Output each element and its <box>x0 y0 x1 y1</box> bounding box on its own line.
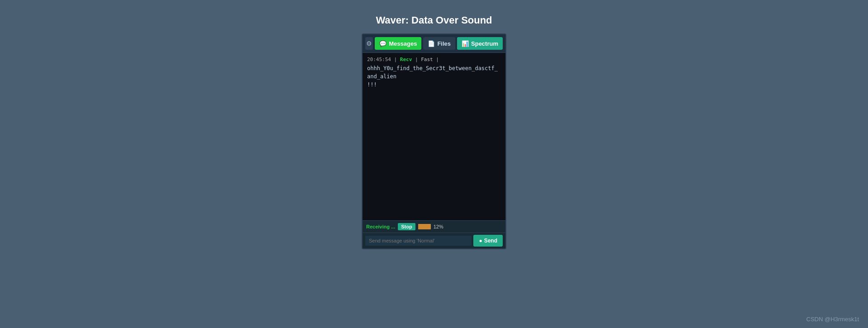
progress-percent: 12% <box>434 224 443 229</box>
app-window: ⚙ 💬 Messages 📄 Files 📊 Spectrum 20:45:54… <box>362 33 506 249</box>
tab-spectrum[interactable]: 📊 Spectrum <box>457 37 503 50</box>
input-row: ● Send <box>363 233 505 248</box>
spectrum-icon: 📊 <box>462 40 469 47</box>
receiving-label: Receiving ... <box>366 224 395 229</box>
files-icon: 📄 <box>428 40 435 47</box>
stop-button[interactable]: Stop <box>398 223 415 230</box>
tab-messages[interactable]: 💬 Messages <box>375 37 421 50</box>
tab-bar: ⚙ 💬 Messages 📄 Files 📊 Spectrum <box>363 34 505 53</box>
messages-label: Messages <box>389 40 417 47</box>
message-sep1: | <box>415 57 421 62</box>
progress-bar-fill <box>418 224 420 229</box>
message-line1: ohhh_Y0u_find_the_Secr3t_between_dasctf_… <box>367 65 498 80</box>
send-icon: ● <box>479 238 482 244</box>
gear-icon: ⚙ <box>366 40 372 47</box>
progress-bar <box>418 224 431 229</box>
message-fast: Fast <box>421 57 433 62</box>
message-meta: 20:45:54 | Recv | Fast | <box>367 57 501 62</box>
message-timestamp: 20:45:54 | <box>367 57 397 62</box>
message-text: ohhh_Y0u_find_the_Secr3t_between_dasctf_… <box>367 64 501 89</box>
spectrum-label: Spectrum <box>471 40 498 47</box>
send-button[interactable]: ● Send <box>473 235 503 247</box>
files-label: Files <box>437 40 451 47</box>
send-label: Send <box>484 238 497 244</box>
gear-button[interactable]: ⚙ <box>365 37 373 50</box>
page-title: Waver: Data Over Sound <box>376 14 492 26</box>
tab-files[interactable]: 📄 Files <box>423 37 455 50</box>
message-recv: Recv <box>400 57 412 62</box>
watermark: CSDN @H3rmesk1t <box>807 316 859 323</box>
send-input[interactable] <box>365 236 472 246</box>
messages-icon: 💬 <box>379 40 387 47</box>
message-area: 20:45:54 | Recv | Fast | ohhh_Y0u_find_t… <box>363 53 505 220</box>
status-bar: Receiving ... Stop 12% <box>363 220 505 233</box>
message-sep2: | <box>436 57 439 62</box>
message-line2: !!! <box>367 81 377 88</box>
